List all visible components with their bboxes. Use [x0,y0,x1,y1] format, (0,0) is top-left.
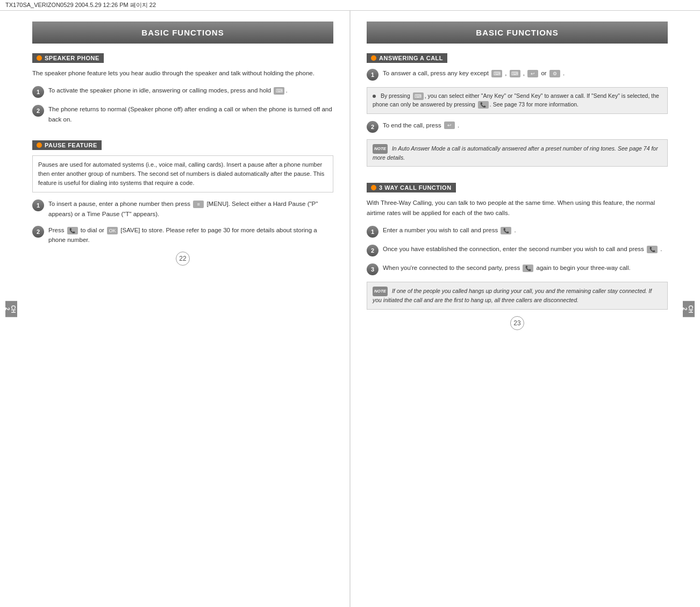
right-section-header: BASIC FUNCTIONS [367,22,668,44]
left-chapter-tab: CH2 [5,301,17,317]
dial-icon: 📞 [67,227,78,234]
pause-feature-dot [37,142,42,148]
pause-step-1: 1 To insert a pause, enter a phone numbe… [32,199,333,219]
speaker-phone-step-1-text: To activate the speaker phone in idle, a… [48,85,333,95]
answer-step-circle-2: 2 [367,121,378,133]
speaker-phone-desc: The speaker phone feature lets you hear … [32,68,333,78]
three-way-dot [371,185,376,190]
pause-feature-title: PAUSE FEATURE [32,140,102,150]
right-page-number: 23 [510,316,524,330]
speaker-key-icon: ⌨ [274,87,284,95]
left-page: CH2 BASIC FUNCTIONS SPEAKER PHONE The sp… [0,11,351,607]
three-way-title: 3 WAY CALL FUNCTION [367,183,456,192]
three-way-step-2-text: Once you have established the connection… [383,244,668,254]
speaker-phone-step-2-text: The phone returns to normal (Speaker pho… [48,104,333,124]
answer-step-1-text: To answer a call, press any key except ⌨… [383,68,668,78]
answering-dot [371,55,376,61]
three-way-note: NOTE If one of the people you called han… [367,282,668,310]
left-section-header: BASIC FUNCTIONS [32,22,333,44]
pause-step-1-text: To insert a pause, enter a phone number … [48,199,333,219]
pause-feature-desc: Pauses are used for automated systems (i… [32,155,333,192]
answering-note-auto: NOTE In Auto Answer Mode a call is autom… [367,139,668,167]
speaker-phone-title: SPEAKER PHONE [32,53,104,63]
note-icon-2: NOTE [373,287,388,296]
speaker-phone-step-2: 2 The phone returns to normal (Speaker p… [32,104,333,124]
answering-note-bullet: By pressing ⌨, you can select either "An… [367,87,668,114]
pressing-icon: ⌨ [413,92,424,100]
main-content: CH2 BASIC FUNCTIONS SPEAKER PHONE The sp… [0,11,700,607]
key-except-1-icon: ⌨ [491,70,502,77]
bullet-dot [373,95,376,98]
speaker-phone-dot [37,55,42,61]
right-page: CH2 BASIC FUNCTIONS ANSWERING A CALL 1 T… [351,11,700,607]
three-way-step-2: 2 Once you have established the connecti… [367,244,668,256]
three-way-step-circle-2: 2 [367,245,378,256]
three-way-step-3-text: When you're connected to the second part… [383,263,668,273]
answer-step-2-text: To end the call, press ↩ . [383,120,668,130]
three-way-desc: With Three-Way Calling, you can talk to … [367,198,668,218]
three-way-step-3: 3 When you're connected to the second pa… [367,263,668,275]
top-bar: TX170SA_VERIZON0529 2004.5.29 12:26 PM 페… [0,0,700,11]
top-bar-text: TX170SA_VERIZON0529 2004.5.29 12:26 PM 페… [5,1,156,9]
pause-step-circle-1: 1 [32,199,44,211]
note-icon-1: NOTE [373,144,388,154]
answering-call-title: ANSWERING A CALL [367,53,447,63]
call-icon-1: 📞 [501,227,511,234]
pause-step-2-text: Press 📞 to dial or OK [SAVE] to store. P… [48,225,333,245]
three-way-step-circle-3: 3 [367,263,378,275]
answer-step-circle-1: 1 [367,69,378,81]
menu-key-icon: ≡ [193,201,204,208]
answer-step-1: 1 To answer a call, press any key except… [367,68,668,81]
left-page-number: 22 [176,252,190,266]
three-way-step-1-text: Enter a number you wish to call and pres… [383,225,668,235]
step-circle-1: 1 [32,86,44,98]
key-except-3-icon: ↩ [527,70,538,77]
key-except-4-icon: ⚙ [549,70,560,77]
speaker-phone-step-1: 1 To activate the speaker phone in idle,… [32,85,333,98]
call-icon-2: 📞 [647,246,658,253]
step-circle-2: 2 [32,105,44,117]
pause-step-2: 2 Press 📞 to dial or OK [SAVE] to store.… [32,225,333,245]
three-way-step-1: 1 Enter a number you wish to call and pr… [367,225,668,238]
end-call-icon: ↩ [444,122,455,129]
save-icon: OK [107,227,118,234]
send-key-icon: 📞 [478,101,489,109]
answer-step-2: 2 To end the call, press ↩ . [367,120,668,133]
three-way-step-circle-1: 1 [367,226,378,238]
call-icon-3: 📞 [523,265,533,272]
right-chapter-tab: CH2 [683,301,695,317]
key-except-2-icon: ⌨ [510,70,520,77]
pause-step-circle-2: 2 [32,226,44,238]
